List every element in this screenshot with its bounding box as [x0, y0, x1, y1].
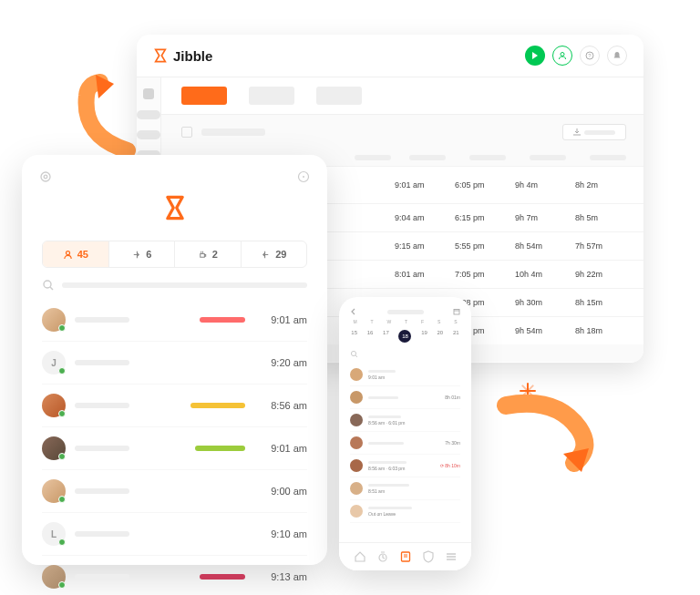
back-icon[interactable]: [350, 308, 357, 315]
member-row[interactable]: 9:00 am: [42, 470, 307, 513]
date-button[interactable]: 20: [438, 330, 444, 343]
status-dot: [58, 324, 66, 332]
status-dot: [58, 453, 66, 460]
date-button[interactable]: 18: [398, 330, 411, 343]
member-row[interactable]: L 9:10 am: [42, 513, 307, 556]
help-button[interactable]: ?: [580, 46, 600, 66]
progress-bar: [200, 574, 245, 580]
pill-in[interactable]: 6: [109, 241, 176, 267]
svg-rect-9: [454, 310, 459, 315]
member-row[interactable]: 8:56 am: [42, 385, 307, 427]
duration: 8h 01m: [445, 395, 460, 400]
day-label: T: [370, 319, 373, 324]
time-range: 8:51 am: [368, 488, 460, 494]
date-button[interactable]: 15: [351, 330, 357, 343]
progress-bar: [195, 446, 245, 451]
phone-row[interactable]: 8h 01m: [350, 386, 460, 409]
time-in: 9:01 am: [395, 180, 446, 190]
status-dot: [58, 539, 66, 546]
progress-bar: [190, 403, 245, 408]
play-button[interactable]: [525, 46, 545, 66]
pill-count: 6: [146, 249, 151, 260]
clock-in-time: 9:20 am: [263, 357, 307, 368]
pill-out[interactable]: 29: [242, 241, 307, 267]
billable: 9h 22m: [575, 270, 626, 279]
decorative-arrow-1: [73, 73, 146, 155]
worked: 9h 7m: [515, 213, 566, 222]
export-button[interactable]: [562, 124, 626, 140]
phone-title-skel: [387, 310, 424, 314]
tab-bar: [161, 77, 643, 115]
timer-icon[interactable]: [376, 550, 389, 563]
time-range: Out on Leave: [368, 511, 460, 517]
svg-point-8: [44, 281, 51, 288]
phone-row[interactable]: Out on Leave: [350, 500, 460, 523]
tab[interactable]: [249, 87, 294, 105]
phone-row[interactable]: 9:01 am: [350, 364, 460, 386]
tab-active[interactable]: [181, 87, 227, 105]
menu-icon[interactable]: [445, 550, 458, 563]
notifications-button[interactable]: [607, 46, 627, 66]
clock-in-time: 9:01 am: [263, 314, 307, 325]
home-icon[interactable]: [354, 550, 366, 563]
header-actions: ?: [525, 46, 627, 66]
worked: 9h 30m: [515, 298, 566, 307]
duration: 7h 30m: [445, 440, 460, 446]
date-button[interactable]: 16: [367, 330, 374, 343]
calendar-icon[interactable]: [453, 308, 460, 315]
checkbox[interactable]: [181, 127, 192, 138]
day-label: M: [353, 319, 356, 324]
settings-icon[interactable]: [38, 169, 53, 184]
name-skel: [75, 446, 129, 451]
date-button[interactable]: 17: [383, 330, 389, 343]
status-dot: [58, 367, 66, 374]
scan-icon[interactable]: [296, 169, 311, 184]
pill-break[interactable]: 2: [175, 241, 242, 267]
sidebar-item[interactable]: [137, 110, 160, 119]
phone-row[interactable]: 8:51 am: [350, 477, 460, 500]
time-range: 8:56 am · 6:03 pm: [368, 466, 435, 471]
progress-bar: [200, 317, 245, 323]
people-icon[interactable]: [399, 550, 412, 563]
date-button[interactable]: 21: [453, 330, 459, 343]
svg-point-6: [303, 176, 304, 178]
avatar: [350, 391, 363, 404]
date-button[interactable]: 19: [421, 330, 427, 343]
status-dot: [58, 496, 66, 503]
phone-row[interactable]: 7h 30m: [350, 432, 460, 455]
member-row[interactable]: 9:01 am: [42, 299, 307, 342]
search-input[interactable]: [62, 282, 307, 288]
svg-point-10: [351, 351, 355, 355]
sidebar-item[interactable]: [143, 88, 154, 99]
status-pills: 45 6 2 29: [42, 241, 307, 268]
avatar: [42, 436, 66, 460]
avatar: [350, 368, 363, 381]
time-range: 9:01 am: [368, 374, 460, 380]
sidebar-item[interactable]: [137, 130, 160, 139]
clock-in-time: 9:01 am: [263, 443, 307, 454]
status-dot: [58, 410, 66, 417]
avatar: [42, 308, 66, 332]
search-icon[interactable]: [42, 279, 55, 292]
tab[interactable]: [316, 87, 362, 105]
name-skel: [75, 360, 129, 365]
phone-row[interactable]: 8:56 am · 6:03 pm ⟳ 8h 10m: [350, 455, 460, 477]
member-row[interactable]: 9:13 am: [42, 556, 307, 595]
time-out: 7:05 pm: [455, 270, 506, 279]
avatar: [350, 505, 363, 518]
pill-count: 2: [212, 249, 218, 260]
shield-icon[interactable]: [422, 550, 435, 563]
desktop-header: Jibble ?: [137, 35, 643, 77]
phone-row[interactable]: 8:56 am · 6:01 pm: [350, 409, 460, 432]
member-row[interactable]: J 9:20 am: [42, 342, 307, 385]
user-avatar-button[interactable]: [552, 46, 572, 66]
avatar: [42, 394, 66, 417]
pill-present[interactable]: 45: [43, 241, 109, 267]
svg-point-3: [41, 172, 50, 181]
time-in: 9:04 am: [395, 213, 446, 222]
search-icon[interactable]: [350, 350, 358, 358]
clock-in-time: 8:56 am: [263, 400, 307, 411]
member-row[interactable]: 9:01 am: [42, 427, 307, 470]
tablet-card: 45 6 2 29 9:01 am J 9:20 am 8:56 am: [22, 155, 327, 565]
pill-count: 29: [275, 249, 286, 260]
